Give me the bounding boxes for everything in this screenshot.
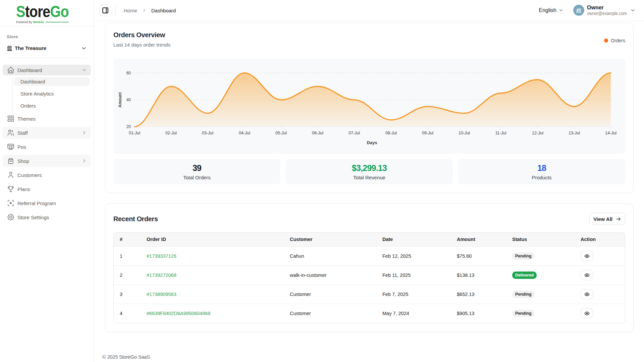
svg-text:01-Jul: 01-Jul bbox=[129, 131, 140, 135]
svg-text:04-Jul: 04-Jul bbox=[239, 131, 250, 135]
svg-text:60: 60 bbox=[126, 71, 131, 75]
svg-text:11-Jul: 11-Jul bbox=[495, 131, 506, 135]
svg-text:20: 20 bbox=[126, 124, 131, 129]
svg-text:14-Jul: 14-Jul bbox=[605, 131, 616, 135]
svg-text:05-Jul: 05-Jul bbox=[275, 131, 287, 135]
svg-text:40: 40 bbox=[126, 98, 131, 102]
svg-text:07-Jul: 07-Jul bbox=[348, 131, 360, 135]
svg-text:02-Jul: 02-Jul bbox=[165, 131, 177, 135]
svg-text:Amount: Amount bbox=[118, 92, 122, 107]
svg-text:10-Jul: 10-Jul bbox=[459, 131, 470, 135]
svg-text:12-Jul: 12-Jul bbox=[532, 131, 543, 135]
svg-text:09-Jul: 09-Jul bbox=[422, 131, 433, 135]
svg-text:06-Jul: 06-Jul bbox=[312, 131, 323, 135]
svg-text:08-Jul: 08-Jul bbox=[385, 131, 397, 135]
svg-text:Days: Days bbox=[367, 140, 377, 145]
svg-text:13-Jul: 13-Jul bbox=[569, 131, 580, 135]
svg-text:03-Jul: 03-Jul bbox=[202, 131, 213, 135]
